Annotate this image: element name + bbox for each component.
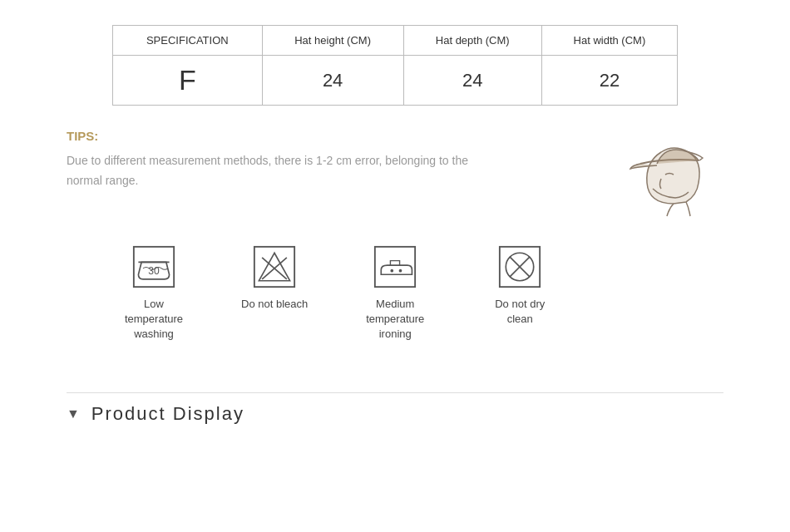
tips-section: TIPS: Due to different measurement metho… xyxy=(67,129,723,220)
col-hat-height: Hat height (CM) xyxy=(262,26,403,56)
wash-30-icon: 30 xyxy=(132,245,175,288)
no-bleach-icon xyxy=(253,245,296,288)
care-label-iron: Medium temperatureironing xyxy=(358,297,432,342)
cell-width: 22 xyxy=(541,56,677,106)
cell-height: 24 xyxy=(262,56,403,106)
no-dry-clean-icon xyxy=(498,245,541,288)
spec-table: SPECIFICATION Hat height (CM) Hat depth … xyxy=(112,25,678,106)
care-icons-row: 30 Low temperaturewashing Do not bleach xyxy=(67,245,723,342)
care-item-wash: 30 Low temperaturewashing xyxy=(116,245,191,342)
product-display-section: ▼ Product Display xyxy=(67,392,723,425)
cell-size: F xyxy=(113,56,263,106)
care-item-no-bleach: Do not bleach xyxy=(241,245,308,342)
care-item-iron: Medium temperatureironing xyxy=(358,245,432,342)
col-hat-depth: Hat depth (CM) xyxy=(403,26,541,56)
product-display-arrow-icon: ▼ xyxy=(67,406,80,421)
svg-point-9 xyxy=(399,269,402,273)
care-label-no-dry-clean: Do not dry clean xyxy=(482,297,557,327)
tips-text-block: TIPS: Due to different measurement metho… xyxy=(67,129,615,191)
tips-label: TIPS: xyxy=(67,129,615,143)
tips-body: Due to different measurement methods, th… xyxy=(67,151,499,191)
cell-depth: 24 xyxy=(403,56,541,106)
hat-illustration xyxy=(624,129,723,220)
care-label-no-bleach: Do not bleach xyxy=(241,297,308,312)
col-hat-width: Hat width (CM) xyxy=(541,26,677,56)
svg-marker-4 xyxy=(259,253,290,280)
care-item-no-dry-clean: Do not dry clean xyxy=(482,245,557,342)
page-wrapper: SPECIFICATION Hat height (CM) Hat depth … xyxy=(0,0,790,441)
svg-point-8 xyxy=(391,269,394,273)
col-specification: SPECIFICATION xyxy=(113,26,263,56)
svg-rect-7 xyxy=(375,247,415,287)
iron-icon xyxy=(373,245,417,288)
product-display-title: Product Display xyxy=(91,403,244,425)
care-label-wash: Low temperaturewashing xyxy=(116,297,191,342)
